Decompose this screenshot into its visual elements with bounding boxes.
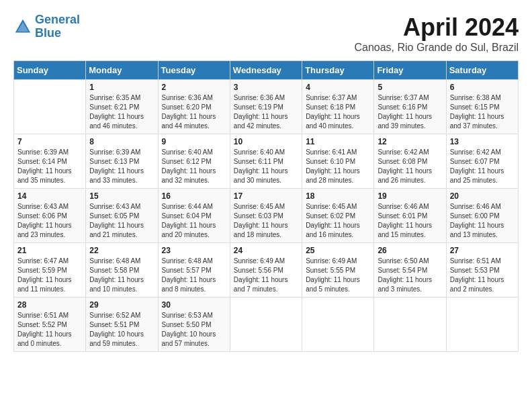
calendar-week-row: 1Sunrise: 6:35 AM Sunset: 6:21 PM Daylig… (14, 80, 519, 134)
calendar-day-cell: 12Sunrise: 6:42 AM Sunset: 6:08 PM Dayli… (374, 134, 446, 189)
calendar-day-cell: 26Sunrise: 6:50 AM Sunset: 5:54 PM Dayli… (374, 243, 446, 298)
calendar-day-cell: 19Sunrise: 6:46 AM Sunset: 6:01 PM Dayli… (374, 189, 446, 243)
day-info: Sunrise: 6:41 AM Sunset: 6:10 PM Dayligh… (306, 148, 370, 185)
calendar-day-cell: 6Sunrise: 6:38 AM Sunset: 6:15 PM Daylig… (446, 80, 518, 134)
day-info: Sunrise: 6:38 AM Sunset: 6:15 PM Dayligh… (450, 93, 515, 131)
logo-text: General Blue (35, 13, 80, 40)
day-info: Sunrise: 6:37 AM Sunset: 6:16 PM Dayligh… (378, 93, 442, 131)
day-number: 28 (17, 300, 82, 310)
day-number: 14 (17, 191, 82, 201)
header: General Blue April 2024 Canoas, Rio Gran… (13, 13, 519, 54)
day-number: 16 (162, 191, 226, 201)
weekday-header-cell: Friday (374, 61, 446, 80)
calendar-day-cell: 27Sunrise: 6:51 AM Sunset: 5:53 PM Dayli… (446, 243, 518, 298)
day-number: 9 (162, 137, 226, 146)
month-title: April 2024 (354, 13, 519, 42)
calendar-day-cell (446, 298, 518, 352)
weekday-header-cell: Saturday (446, 61, 518, 80)
calendar-day-cell: 18Sunrise: 6:45 AM Sunset: 6:02 PM Dayli… (302, 189, 374, 243)
day-info: Sunrise: 6:43 AM Sunset: 6:05 PM Dayligh… (89, 202, 154, 240)
day-info: Sunrise: 6:40 AM Sunset: 6:12 PM Dayligh… (162, 148, 226, 185)
day-info: Sunrise: 6:36 AM Sunset: 6:20 PM Dayligh… (162, 93, 226, 131)
day-info: Sunrise: 6:50 AM Sunset: 5:54 PM Dayligh… (378, 257, 442, 294)
calendar-day-cell: 11Sunrise: 6:41 AM Sunset: 6:10 PM Dayli… (302, 134, 374, 189)
calendar-day-cell: 10Sunrise: 6:40 AM Sunset: 6:11 PM Dayli… (230, 134, 302, 189)
weekday-header-cell: Thursday (302, 61, 374, 80)
day-info: Sunrise: 6:48 AM Sunset: 5:57 PM Dayligh… (162, 257, 226, 294)
calendar-day-cell: 5Sunrise: 6:37 AM Sunset: 6:16 PM Daylig… (374, 80, 446, 134)
day-info: Sunrise: 6:46 AM Sunset: 6:00 PM Dayligh… (450, 202, 515, 240)
calendar-day-cell: 20Sunrise: 6:46 AM Sunset: 6:00 PM Dayli… (446, 189, 518, 243)
calendar-day-cell: 7Sunrise: 6:39 AM Sunset: 6:14 PM Daylig… (14, 134, 86, 189)
day-info: Sunrise: 6:53 AM Sunset: 5:50 PM Dayligh… (162, 311, 226, 349)
weekday-header-cell: Wednesday (230, 61, 302, 80)
day-number: 13 (450, 137, 515, 146)
day-info: Sunrise: 6:49 AM Sunset: 5:56 PM Dayligh… (234, 257, 298, 294)
logo-icon (13, 17, 32, 36)
calendar-day-cell: 14Sunrise: 6:43 AM Sunset: 6:06 PM Dayli… (14, 189, 86, 243)
day-number: 2 (162, 83, 226, 92)
day-info: Sunrise: 6:42 AM Sunset: 6:07 PM Dayligh… (450, 148, 515, 185)
weekday-header-row: SundayMondayTuesdayWednesdayThursdayFrid… (14, 61, 519, 80)
title-area: April 2024 Canoas, Rio Grande do Sul, Br… (354, 13, 519, 54)
day-number: 20 (450, 191, 515, 201)
day-info: Sunrise: 6:44 AM Sunset: 6:04 PM Dayligh… (162, 202, 226, 240)
calendar-day-cell (14, 80, 86, 134)
day-info: Sunrise: 6:45 AM Sunset: 6:02 PM Dayligh… (306, 202, 370, 240)
logo: General Blue (13, 13, 80, 40)
day-number: 7 (17, 137, 82, 146)
day-number: 10 (234, 137, 298, 146)
day-info: Sunrise: 6:49 AM Sunset: 5:55 PM Dayligh… (306, 257, 370, 294)
weekday-header-cell: Tuesday (158, 61, 230, 80)
day-number: 12 (378, 137, 442, 146)
calendar-day-cell: 22Sunrise: 6:48 AM Sunset: 5:58 PM Dayli… (86, 243, 158, 298)
calendar-week-row: 7Sunrise: 6:39 AM Sunset: 6:14 PM Daylig… (14, 134, 519, 189)
calendar-body: 1Sunrise: 6:35 AM Sunset: 6:21 PM Daylig… (14, 80, 519, 352)
calendar-week-row: 14Sunrise: 6:43 AM Sunset: 6:06 PM Dayli… (14, 189, 519, 243)
calendar-day-cell: 24Sunrise: 6:49 AM Sunset: 5:56 PM Dayli… (230, 243, 302, 298)
day-info: Sunrise: 6:51 AM Sunset: 5:52 PM Dayligh… (17, 311, 82, 349)
calendar-day-cell: 28Sunrise: 6:51 AM Sunset: 5:52 PM Dayli… (14, 298, 86, 352)
calendar-week-row: 21Sunrise: 6:47 AM Sunset: 5:59 PM Dayli… (14, 243, 519, 298)
calendar-day-cell (374, 298, 446, 352)
calendar-day-cell (230, 298, 302, 352)
calendar-day-cell: 21Sunrise: 6:47 AM Sunset: 5:59 PM Dayli… (14, 243, 86, 298)
calendar-day-cell: 15Sunrise: 6:43 AM Sunset: 6:05 PM Dayli… (86, 189, 158, 243)
day-info: Sunrise: 6:37 AM Sunset: 6:18 PM Dayligh… (306, 93, 370, 131)
calendar-day-cell: 4Sunrise: 6:37 AM Sunset: 6:18 PM Daylig… (302, 80, 374, 134)
day-info: Sunrise: 6:48 AM Sunset: 5:58 PM Dayligh… (89, 257, 154, 294)
day-info: Sunrise: 6:40 AM Sunset: 6:11 PM Dayligh… (234, 148, 298, 185)
day-number: 22 (89, 246, 154, 255)
day-number: 15 (89, 191, 154, 201)
day-info: Sunrise: 6:52 AM Sunset: 5:51 PM Dayligh… (89, 311, 154, 349)
location-title: Canoas, Rio Grande do Sul, Brazil (354, 42, 519, 54)
day-info: Sunrise: 6:51 AM Sunset: 5:53 PM Dayligh… (450, 257, 515, 294)
calendar-week-row: 28Sunrise: 6:51 AM Sunset: 5:52 PM Dayli… (14, 298, 519, 352)
day-number: 1 (89, 83, 154, 92)
calendar-day-cell: 13Sunrise: 6:42 AM Sunset: 6:07 PM Dayli… (446, 134, 518, 189)
day-number: 18 (306, 191, 370, 201)
day-number: 21 (17, 246, 82, 255)
day-number: 6 (450, 83, 515, 92)
day-number: 4 (306, 83, 370, 92)
calendar-day-cell: 8Sunrise: 6:39 AM Sunset: 6:13 PM Daylig… (86, 134, 158, 189)
calendar-day-cell: 29Sunrise: 6:52 AM Sunset: 5:51 PM Dayli… (86, 298, 158, 352)
day-info: Sunrise: 6:35 AM Sunset: 6:21 PM Dayligh… (89, 93, 154, 131)
day-number: 24 (234, 246, 298, 255)
day-number: 29 (89, 300, 154, 310)
weekday-header-cell: Sunday (14, 61, 86, 80)
day-number: 19 (378, 191, 442, 201)
calendar-day-cell: 17Sunrise: 6:45 AM Sunset: 6:03 PM Dayli… (230, 189, 302, 243)
day-info: Sunrise: 6:47 AM Sunset: 5:59 PM Dayligh… (17, 257, 82, 294)
calendar-day-cell: 2Sunrise: 6:36 AM Sunset: 6:20 PM Daylig… (158, 80, 230, 134)
day-number: 26 (378, 246, 442, 255)
calendar-day-cell: 16Sunrise: 6:44 AM Sunset: 6:04 PM Dayli… (158, 189, 230, 243)
day-info: Sunrise: 6:39 AM Sunset: 6:14 PM Dayligh… (17, 148, 82, 185)
day-number: 23 (162, 246, 226, 255)
calendar-day-cell: 30Sunrise: 6:53 AM Sunset: 5:50 PM Dayli… (158, 298, 230, 352)
day-number: 25 (306, 246, 370, 255)
day-number: 5 (378, 83, 442, 92)
day-number: 27 (450, 246, 515, 255)
day-number: 30 (162, 300, 226, 310)
day-info: Sunrise: 6:42 AM Sunset: 6:08 PM Dayligh… (378, 148, 442, 185)
